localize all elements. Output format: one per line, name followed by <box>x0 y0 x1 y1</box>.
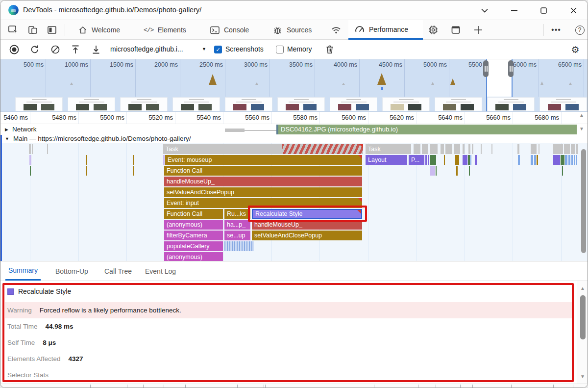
add-panel-button[interactable] <box>472 25 484 35</box>
flame-bar-fragment[interactable] <box>553 155 560 165</box>
load-profile-button[interactable] <box>70 44 81 55</box>
flame-bar-fragment[interactable] <box>444 155 445 165</box>
more-options-button[interactable]: ••• <box>550 25 562 35</box>
flame-bar-fragment[interactable] <box>472 144 473 154</box>
flame-bar-fragment[interactable] <box>518 155 520 165</box>
layout-panel-button[interactable] <box>450 25 462 35</box>
flame-bar-fragment[interactable] <box>475 155 477 165</box>
clear-button[interactable] <box>50 44 61 55</box>
flame-bar[interactable]: filterByCamera <box>164 231 223 240</box>
flame-bar[interactable]: handleMouseUp_ <box>164 177 362 186</box>
screenshot-thumbnail[interactable] <box>330 97 377 111</box>
flame-bar-fragment[interactable] <box>454 144 460 154</box>
main-collapse-arrow[interactable]: ▼ <box>5 136 9 141</box>
flame-bar-fragment[interactable] <box>534 155 536 165</box>
flame-bar-fragment[interactable] <box>468 155 470 165</box>
tab-console[interactable]: Console <box>204 20 255 40</box>
capture-settings-button[interactable]: ⚙ <box>570 44 581 55</box>
flame-bar-fragment[interactable] <box>422 144 428 154</box>
flame-bar-fragment[interactable] <box>430 155 436 165</box>
flame-bar-fragment[interactable] <box>436 166 437 176</box>
flame-bar-fragment[interactable] <box>463 144 465 154</box>
flame-bar[interactable]: Event: mouseup <box>165 155 362 165</box>
flame-bar-fragment[interactable] <box>133 166 134 176</box>
memory-inspector-button[interactable] <box>427 25 439 35</box>
flame-bar-fragment[interactable] <box>428 155 429 165</box>
flame-bar-fragment[interactable] <box>491 144 492 154</box>
flame-bar[interactable]: ha...p_ <box>224 220 250 230</box>
flame-bar-fragment[interactable] <box>576 155 577 165</box>
flame-bar[interactable]: setValueAndClosePopup <box>252 231 362 240</box>
flame-bar-fragment[interactable] <box>561 155 564 165</box>
scroll-down-arrow[interactable]: ▼ <box>579 126 584 131</box>
flame-bar[interactable]: (anonymous) <box>164 252 223 261</box>
help-button[interactable]: ? <box>574 25 586 35</box>
selection-right-handle[interactable] <box>508 60 514 77</box>
network-expand-arrow[interactable]: ▶ <box>5 127 8 132</box>
profile-select[interactable]: microsoftedge.github.i... <box>110 45 183 53</box>
flame-bar-fragment[interactable] <box>564 144 570 154</box>
minimize-button[interactable] <box>509 5 519 15</box>
screenshot-thumbnail[interactable] <box>172 97 220 111</box>
flame-bar[interactable]: P... <box>409 155 424 165</box>
flame-bar[interactable]: handleMouseUp_ <box>252 220 362 230</box>
flame-bar-fragment[interactable] <box>576 144 578 154</box>
main-thread-track-header[interactable]: ▼ Main — https://microsoftedge.github.io… <box>0 135 588 143</box>
screenshot-thumbnail[interactable] <box>487 97 535 111</box>
flame-bar-fragment[interactable] <box>445 144 452 154</box>
summary-scrollbar[interactable]: ▲ ▼ <box>577 281 588 384</box>
flame-bar[interactable]: Task <box>163 144 363 154</box>
flame-chart[interactable]: TaskTaskEvent: mouseupLayoutP...Function… <box>0 143 588 261</box>
maximize-button[interactable] <box>538 5 549 15</box>
flame-bar-fragment[interactable] <box>568 155 570 165</box>
garbage-collect-button[interactable] <box>324 44 335 55</box>
flame-bar[interactable]: Function Call <box>164 166 362 176</box>
flame-bar-fragment[interactable] <box>531 155 533 165</box>
flame-bar-fragment[interactable] <box>468 144 470 154</box>
tab-summary[interactable]: Summary <box>5 261 41 281</box>
flame-bar[interactable]: Event: input <box>164 198 362 208</box>
summary-scrollbar-thumb[interactable] <box>580 295 586 339</box>
flame-bar-fragment[interactable] <box>562 166 563 176</box>
summary-scroll-down-arrow[interactable]: ▼ <box>580 374 585 379</box>
timeline-overview[interactable]: 500 ms1000 ms1500 ms2000 ms2500 ms3000 m… <box>0 59 588 97</box>
flame-bar-fragment[interactable] <box>539 144 539 154</box>
save-profile-button[interactable] <box>91 44 101 55</box>
tab-call-tree[interactable]: Call Tree <box>101 261 135 281</box>
flame-bar-fragment[interactable] <box>470 155 471 165</box>
flame-bar-fragment[interactable] <box>571 155 573 165</box>
tab-event-log[interactable]: Event Log <box>142 261 179 281</box>
flame-bar-fragment[interactable] <box>163 155 165 165</box>
screenshots-checkbox[interactable]: ✓ <box>214 46 222 53</box>
flame-bar-fragment[interactable] <box>565 155 567 165</box>
screenshot-thumbnail[interactable] <box>15 97 63 111</box>
flame-bar-fragment[interactable] <box>455 155 459 165</box>
record-and-reload-button[interactable] <box>29 44 40 55</box>
dock-side-button[interactable] <box>46 25 58 35</box>
flame-bar[interactable]: (anonymous) <box>164 220 223 230</box>
window-menu-chevron[interactable] <box>479 5 490 15</box>
profile-select-caret[interactable]: ▼ <box>202 47 206 52</box>
screenshot-thumbnail[interactable] <box>120 97 168 111</box>
screenshot-thumbnail[interactable] <box>68 97 115 111</box>
flame-bar-fragment[interactable] <box>29 144 31 154</box>
flame-bar[interactable]: Layout <box>366 155 407 165</box>
flame-bar-fragment[interactable] <box>29 155 31 165</box>
network-conditions-button[interactable] <box>330 25 342 35</box>
flame-bar[interactable]: se...up <box>224 231 250 240</box>
flame-bar-fragment[interactable] <box>517 144 519 154</box>
tab-sources[interactable]: Sources <box>267 20 318 40</box>
scroll-up-arrow[interactable]: ▲ <box>579 112 584 118</box>
selection-left-handle[interactable] <box>483 60 489 77</box>
tab-performance[interactable]: Performance <box>348 20 423 40</box>
flame-bar-fragment[interactable] <box>553 144 563 154</box>
flame-bar-fragment[interactable] <box>531 144 537 154</box>
flame-bar-fragment[interactable] <box>133 155 134 165</box>
tab-elements[interactable]: </> Elements <box>138 20 192 40</box>
screenshot-thumbnail[interactable] <box>539 97 587 111</box>
screenshot-thumbnail[interactable] <box>225 97 272 111</box>
flame-bar[interactable]: Function Call <box>164 209 223 219</box>
flame-bar-fragment[interactable] <box>430 144 438 154</box>
flame-bar-fragment[interactable] <box>537 155 538 165</box>
network-request-bar[interactable]: DSC04162.JPG (microsoftedge.github.io) <box>276 125 577 134</box>
